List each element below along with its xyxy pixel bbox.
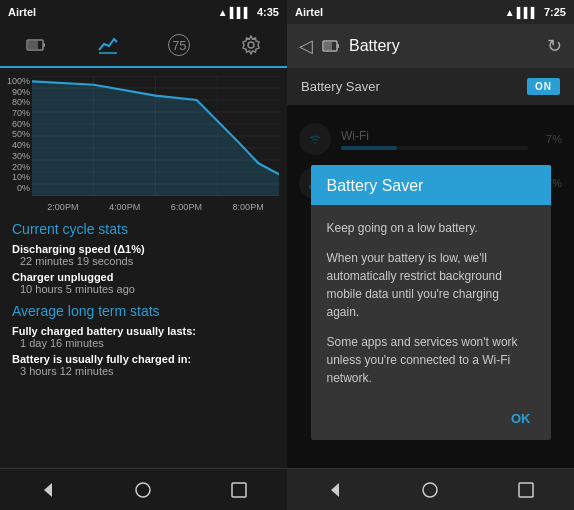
svg-rect-32 bbox=[519, 483, 533, 497]
modal-ok-area: OK bbox=[311, 403, 551, 440]
tab-number[interactable]: 75 bbox=[144, 24, 216, 66]
modal-ok-button[interactable]: OK bbox=[503, 407, 539, 430]
stats-area: Current cycle stats Discharging speed (Δ… bbox=[0, 213, 287, 468]
right-nav-bar bbox=[287, 468, 574, 510]
svg-point-31 bbox=[423, 483, 437, 497]
right-status-icons: ▲ ▌▌▌ 7:25 bbox=[505, 6, 566, 18]
right-carrier: Airtel bbox=[295, 6, 323, 18]
toolbar-back-icon[interactable]: ◁ bbox=[299, 35, 313, 57]
svg-rect-24 bbox=[337, 44, 339, 48]
left-home-button[interactable] bbox=[123, 475, 163, 505]
left-status-icons: ▲ ▌▌▌ 4:35 bbox=[218, 6, 279, 18]
right-recent-button[interactable] bbox=[506, 475, 546, 505]
left-tab-bar: 75 bbox=[0, 24, 287, 68]
number-tab-label: 75 bbox=[168, 34, 190, 56]
right-back-button[interactable] bbox=[315, 475, 355, 505]
battery-saver-row: Battery Saver ON bbox=[287, 68, 574, 105]
right-recent-icon bbox=[517, 481, 535, 499]
charger-label: Charger unplugged bbox=[12, 271, 275, 283]
left-recent-button[interactable] bbox=[219, 475, 259, 505]
svg-marker-30 bbox=[331, 483, 339, 497]
right-signal-icon: ▌▌▌ bbox=[517, 7, 538, 18]
signal-status-icon: ▌▌▌ bbox=[230, 7, 251, 18]
right-time: 7:25 bbox=[544, 6, 566, 18]
y-label-60: 60% bbox=[4, 119, 30, 129]
svg-rect-22 bbox=[232, 483, 246, 497]
svg-point-21 bbox=[136, 483, 150, 497]
modal-title: Battery Saver bbox=[311, 165, 551, 205]
left-time: 4:35 bbox=[257, 6, 279, 18]
chart-tab-icon bbox=[97, 34, 119, 56]
refresh-icon[interactable]: ↻ bbox=[547, 35, 562, 57]
right-back-icon bbox=[325, 480, 345, 500]
discharging-label: Discharging speed (Δ1%) bbox=[12, 243, 275, 255]
y-label-100: 100% bbox=[4, 76, 30, 86]
right-home-icon bbox=[420, 480, 440, 500]
discharging-value: 22 minutes 19 seconds bbox=[20, 255, 275, 267]
y-label-80: 80% bbox=[4, 97, 30, 107]
toolbar-title: Battery bbox=[349, 37, 400, 55]
y-label-40: 40% bbox=[4, 140, 30, 150]
left-recent-icon bbox=[230, 481, 248, 499]
right-content-wrapper: Wi-Fi 7% Cell standby bbox=[287, 105, 574, 468]
toolbar-left: ◁ Battery bbox=[299, 35, 400, 57]
right-panel: Airtel ▲ ▌▌▌ 7:25 ◁ Battery ↻ Battery Sa… bbox=[287, 0, 574, 510]
svg-point-4 bbox=[248, 42, 254, 48]
fully-charged-label: Fully charged battery usually lasts: bbox=[12, 325, 275, 337]
x-label-800pm: 8:00PM bbox=[233, 202, 264, 212]
y-label-30: 30% bbox=[4, 151, 30, 161]
tab-settings[interactable] bbox=[215, 24, 287, 66]
battery-tab-icon bbox=[25, 34, 47, 56]
charge-time-value: 3 hours 12 minutes bbox=[20, 365, 275, 377]
right-home-button[interactable] bbox=[410, 475, 450, 505]
settings-tab-icon bbox=[241, 35, 261, 55]
fully-charged-value: 1 day 16 minutes bbox=[20, 337, 275, 349]
svg-marker-20 bbox=[44, 483, 52, 497]
wifi-status-icon: ▲ bbox=[218, 7, 228, 18]
svg-marker-19 bbox=[32, 81, 279, 196]
x-label-200pm: 2:00PM bbox=[47, 202, 78, 212]
modal-paragraph-2: When your battery is low, we'll automati… bbox=[327, 249, 535, 321]
svg-rect-2 bbox=[28, 41, 38, 49]
y-label-20: 20% bbox=[4, 162, 30, 172]
battery-toolbar-icon bbox=[321, 36, 341, 56]
left-home-icon bbox=[133, 480, 153, 500]
battery-chart: 100% 90% 80% 70% 60% 50% 40% 30% 20% 10%… bbox=[0, 68, 287, 213]
y-label-0: 0% bbox=[4, 183, 30, 193]
modal-overlay: Battery Saver Keep going on a low batter… bbox=[287, 105, 574, 468]
y-label-90: 90% bbox=[4, 87, 30, 97]
svg-rect-25 bbox=[324, 42, 332, 50]
tab-battery[interactable] bbox=[0, 24, 72, 66]
charge-time-label: Battery is usually fully charged in: bbox=[12, 353, 275, 365]
chart-y-axis: 100% 90% 80% 70% 60% 50% 40% 30% 20% 10%… bbox=[4, 76, 30, 193]
left-back-button[interactable] bbox=[28, 475, 68, 505]
x-label-600pm: 6:00PM bbox=[171, 202, 202, 212]
battery-saver-toggle[interactable]: ON bbox=[527, 78, 560, 95]
y-label-10: 10% bbox=[4, 172, 30, 182]
battery-saver-modal: Battery Saver Keep going on a low batter… bbox=[311, 165, 551, 440]
modal-paragraph-1: Keep going on a low battery. bbox=[327, 219, 535, 237]
current-cycle-title: Current cycle stats bbox=[12, 221, 275, 237]
charger-value: 10 hours 5 minutes ago bbox=[20, 283, 275, 295]
right-wifi-icon: ▲ bbox=[505, 7, 515, 18]
right-toolbar: ◁ Battery ↻ bbox=[287, 24, 574, 68]
left-carrier: Airtel bbox=[8, 6, 36, 18]
y-label-50: 50% bbox=[4, 129, 30, 139]
svg-rect-1 bbox=[43, 43, 45, 47]
modal-body: Keep going on a low battery. When your b… bbox=[311, 205, 551, 403]
chart-svg bbox=[32, 76, 279, 196]
left-back-icon bbox=[38, 480, 58, 500]
modal-paragraph-3: Some apps and services won't work unless… bbox=[327, 333, 535, 387]
long-term-title: Average long term stats bbox=[12, 303, 275, 319]
left-status-bar: Airtel ▲ ▌▌▌ 4:35 bbox=[0, 0, 287, 24]
tab-chart[interactable] bbox=[72, 24, 144, 66]
x-label-400pm: 4:00PM bbox=[109, 202, 140, 212]
chart-x-axis: 2:00PM 4:00PM 6:00PM 8:00PM bbox=[32, 200, 279, 212]
y-label-70: 70% bbox=[4, 108, 30, 118]
right-status-bar: Airtel ▲ ▌▌▌ 7:25 bbox=[287, 0, 574, 24]
battery-saver-label: Battery Saver bbox=[301, 79, 380, 94]
left-panel: Airtel ▲ ▌▌▌ 4:35 75 bbox=[0, 0, 287, 510]
left-nav-bar bbox=[0, 468, 287, 510]
